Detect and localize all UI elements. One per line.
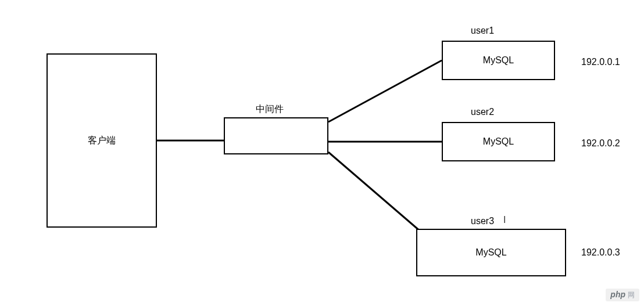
text-cursor-icon: I [503,215,506,225]
node1-ip-label: 192.0.0.1 [581,57,620,67]
middleware-label: 中间件 [256,103,284,116]
node2-box: MySQL [442,122,555,161]
node3-user-label: user3 [471,216,494,226]
client-box: 客户端 [46,53,157,228]
node3-db-label: MySQL [475,247,506,258]
node3-box: MySQL [416,229,566,276]
node1-db-label: MySQL [483,55,514,66]
client-label: 客户端 [88,135,116,147]
node1-box: MySQL [442,41,555,80]
middleware-box [224,117,328,154]
node2-user-label: user2 [471,107,494,117]
node3-ip-label: 192.0.0.3 [581,247,620,258]
watermark-brand: php [610,290,625,299]
watermark-suffix: 网 [628,290,635,300]
node2-db-label: MySQL [483,136,514,147]
watermark: php 网 [606,289,639,301]
node1-user-label: user1 [471,26,494,36]
node2-ip-label: 192.0.0.2 [581,138,620,149]
svg-line-1 [328,60,442,122]
